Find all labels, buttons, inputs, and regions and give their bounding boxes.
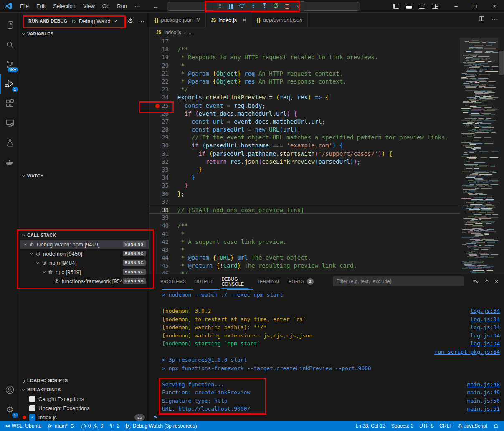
layout-sidebar-right-icon[interactable] (419, 4, 425, 9)
activity-remote-explorer-icon[interactable] (0, 113, 20, 133)
restart-icon[interactable] (271, 2, 281, 10)
close-panel-icon[interactable]: × (495, 278, 498, 285)
status-item-2[interactable]: 2 (106, 421, 122, 431)
breakpoint-row[interactable]: Caught Exceptions (20, 394, 149, 403)
panel-tab-terminal[interactable]: TERMINAL (257, 274, 280, 289)
activity-docker-icon[interactable] (0, 152, 20, 172)
call-stack-row[interactable]: nodemon [9450]RUNNING (20, 249, 149, 258)
more-actions-icon[interactable]: ··· (138, 18, 145, 24)
activity-explorer-icon[interactable] (0, 15, 20, 35)
minimap[interactable] (460, 38, 498, 274)
panel-tab-ports[interactable]: PORTS2 (289, 274, 314, 289)
status-item-debug-watch-3p-resources-[interactable]: Debug Watch (3p-resources) (122, 421, 200, 431)
breakpoint-checkbox[interactable]: ✓ (29, 414, 35, 421)
pause-icon[interactable] (225, 2, 236, 10)
minimize-button[interactable]: – (446, 0, 466, 13)
activity-extensions-icon[interactable] (0, 94, 20, 113)
stop-icon[interactable] (282, 2, 292, 10)
menu-go[interactable]: Go (99, 0, 113, 13)
panel-tab-output[interactable]: OUTPUT (194, 274, 213, 289)
tab-index.js[interactable]: JSindex.js× (206, 13, 252, 27)
breakpoint-row[interactable]: ✓index.js25 (20, 413, 149, 421)
split-editor-icon[interactable] (479, 16, 485, 23)
debug-config-dropdown[interactable]: ▷ Debug Watch (72, 18, 117, 24)
activity-accounts-icon[interactable] (0, 380, 20, 400)
breakpoint-checkbox[interactable] (29, 405, 35, 411)
code-area[interactable]: 1718/**19 * Responds to any HTTP request… (149, 38, 460, 274)
close-icon[interactable]: × (243, 17, 246, 23)
console-source-link[interactable]: run-script-pkg.js:64 (434, 349, 500, 355)
start-debug-icon[interactable]: ▷ (72, 18, 76, 24)
layout-sidebar-left-icon[interactable] (393, 4, 399, 9)
scrollbar-thumb[interactable] (499, 51, 504, 75)
tab-package.json[interactable]: {}package.jsonM (149, 13, 206, 27)
debug-console[interactable]: > nodemon --watch ./ --exec npm start[no… (149, 289, 504, 421)
console-source-link[interactable]: log.js:34 (471, 316, 500, 322)
back-arrow-icon[interactable]: ← (153, 3, 159, 10)
breadcrumb[interactable]: JSindex.js›... (149, 27, 504, 38)
breakpoint-row[interactable]: Uncaught Exceptions (20, 403, 149, 413)
status-item-utf-8[interactable]: UTF-8 (416, 421, 436, 431)
console-source-link[interactable]: log.js:34 (471, 340, 500, 347)
section-watch[interactable]: WATCH (20, 171, 149, 180)
status-item-ln-38-col-12[interactable]: Ln 38, Col 12 (352, 421, 388, 431)
breakpoint-checkbox[interactable] (29, 396, 35, 402)
console-source-link[interactable]: main.js:49 (467, 389, 500, 396)
activity-run-and-debug-icon[interactable]: 1 (0, 74, 20, 94)
console-source-link[interactable]: log.js:34 (471, 308, 500, 314)
panel-tab-debug-console[interactable]: DEBUG CONSOLE (221, 274, 248, 289)
console-filter-input[interactable] (333, 276, 464, 286)
status-item-wsl-ubuntu[interactable]: ><WSL: Ubuntu (3, 421, 44, 431)
console-source-link[interactable]: log.js:34 (471, 324, 500, 330)
breadcrumb-item[interactable]: ... (189, 30, 193, 35)
status-item[interactable] (490, 421, 501, 431)
call-stack-row[interactable]: npm [9484]RUNNING (20, 258, 149, 267)
breakpoint-dot-icon[interactable] (155, 104, 160, 108)
status-item-javascript[interactable]: {}JavaScript (455, 421, 490, 431)
layout-customize-icon[interactable] (432, 4, 438, 9)
status-item-crlf[interactable]: CRLF (436, 421, 455, 431)
console-source-link[interactable]: log.js:34 (471, 332, 500, 339)
section-variables[interactable]: VARIABLES (20, 29, 149, 38)
grip-icon[interactable]: ⠿ (214, 2, 225, 10)
section-breakpoints[interactable]: BREAKPOINTS (20, 385, 149, 394)
section-loaded-scripts[interactable]: LOADED SCRIPTS (20, 376, 149, 385)
step-over-icon[interactable] (237, 2, 247, 10)
status-item-0[interactable]: 00 (78, 421, 106, 431)
call-stack-row[interactable]: functions-framework [954...RUNNING (20, 276, 149, 286)
clear-console-icon[interactable] (473, 278, 479, 285)
step-into-icon[interactable] (248, 2, 258, 10)
activity-source-control-icon[interactable]: 1K+ (0, 54, 20, 74)
maximize-button[interactable]: □ (466, 0, 485, 13)
console-input-chevron[interactable]: > (154, 414, 157, 420)
close-button[interactable]: × (485, 0, 504, 13)
console-source-link[interactable]: main.js:50 (467, 398, 500, 404)
tab-deployment.json[interactable]: {}deployment.json (251, 13, 308, 27)
maximize-panel-icon[interactable] (485, 279, 489, 283)
more-actions-icon[interactable]: ··· (491, 16, 498, 23)
chevron-down-icon[interactable] (293, 2, 304, 10)
minimap-slider[interactable] (460, 38, 498, 63)
call-stack-row[interactable]: Debug Watch: npm [9419]RUNNING (20, 240, 149, 249)
activity-settings-icon[interactable]: ⚙1 (0, 400, 20, 419)
console-source-link[interactable]: main.js:48 (467, 381, 500, 388)
menu-file[interactable]: File (16, 0, 33, 13)
menu-run[interactable]: Run (113, 0, 131, 13)
status-item-spaces-2[interactable]: Spaces: 2 (388, 421, 416, 431)
menu-more[interactable]: ··· (131, 0, 144, 13)
layout-panel-bottom-icon[interactable] (406, 4, 412, 9)
panel-tab-problems[interactable]: PROBLEMS (160, 274, 186, 289)
activity-testing-icon[interactable] (0, 133, 20, 152)
call-stack-row[interactable]: npx [9519]RUNNING (20, 267, 149, 276)
section-call-stack[interactable]: CALL STACK (20, 231, 149, 240)
activity-search-icon[interactable] (0, 35, 20, 54)
menu-view[interactable]: View (79, 0, 99, 13)
menu-selection[interactable]: Selection (49, 0, 79, 13)
gear-icon[interactable]: ⚙ (128, 17, 133, 25)
menu-edit[interactable]: Edit (33, 0, 49, 13)
breadcrumb-item[interactable]: index.js (164, 30, 181, 35)
console-source-link[interactable]: main.js:51 (467, 406, 500, 412)
status-item-main-[interactable]: main* (44, 421, 78, 431)
editor-scrollbar[interactable] (498, 38, 504, 274)
step-out-icon[interactable] (259, 2, 270, 10)
